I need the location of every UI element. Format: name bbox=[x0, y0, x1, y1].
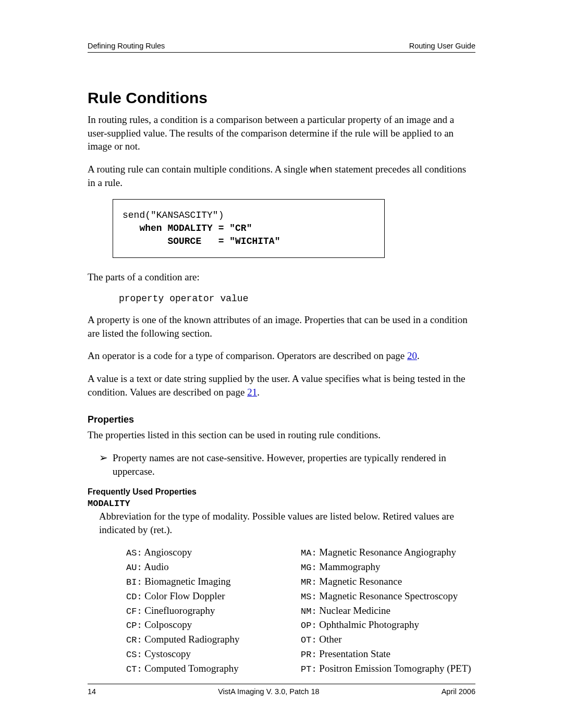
text: A value is a text or date string supplie… bbox=[88, 373, 466, 398]
modality-item: CR: Computed Radiography bbox=[126, 633, 301, 647]
modality-label: Other bbox=[317, 634, 342, 645]
note-text: Property names are not case-sensitive. H… bbox=[113, 451, 475, 478]
modality-column-right: MA: Magnetic Resonance AngiographyMG: Ma… bbox=[301, 546, 475, 676]
modality-label: Computed Tomography bbox=[142, 663, 239, 674]
modality-code: MR: bbox=[301, 577, 317, 587]
modality-code: PT: bbox=[301, 664, 317, 674]
modality-item: NM: Nuclear Medicine bbox=[301, 604, 475, 618]
heading-rule-conditions: Rule Conditions bbox=[88, 89, 475, 107]
text: . bbox=[257, 387, 260, 398]
text: . bbox=[417, 350, 420, 361]
modality-code: CD: bbox=[126, 592, 142, 602]
modality-label: Cinefluorography bbox=[142, 605, 215, 616]
modality-item: MA: Magnetic Resonance Angiography bbox=[301, 546, 475, 560]
code-block: send("KANSASCITY") when MODALITY = "CR" … bbox=[113, 199, 385, 258]
paragraph: Abbreviation for the type of modality. P… bbox=[99, 510, 475, 536]
modality-code: PR: bbox=[301, 650, 317, 660]
modality-label: Magnetic Resonance bbox=[317, 576, 402, 587]
modality-item: MS: Magnetic Resonance Spectroscopy bbox=[301, 589, 475, 603]
header-right: Routing User Guide bbox=[409, 42, 475, 50]
modality-item: MG: Mammography bbox=[301, 560, 475, 574]
modality-item: CT: Computed Tomography bbox=[126, 662, 301, 676]
paragraph: The parts of a condition are: bbox=[88, 270, 475, 284]
modality-label: Magnetic Resonance Spectroscopy bbox=[317, 590, 458, 601]
modality-code: CP: bbox=[126, 621, 142, 631]
modality-code: MS: bbox=[301, 592, 317, 602]
modality-code: NM: bbox=[301, 607, 317, 616]
heading-frequently-used: Frequently Used Properties bbox=[88, 487, 475, 497]
modality-label: Mammography bbox=[317, 561, 381, 572]
modality-code: MG: bbox=[301, 563, 317, 573]
modality-label: Computed Radiography bbox=[142, 634, 240, 645]
paragraph: The properties listed in this section ca… bbox=[88, 428, 475, 442]
modality-code: OT: bbox=[301, 635, 317, 645]
modality-item: AU: Audio bbox=[126, 560, 301, 574]
modality-code: CT: bbox=[126, 664, 142, 674]
modality-item: CD: Color Flow Doppler bbox=[126, 589, 301, 603]
modality-code: AU: bbox=[126, 563, 142, 573]
modality-code: AS: bbox=[126, 548, 142, 558]
modality-label: Angioscopy bbox=[142, 547, 192, 558]
property-name-modality: MODALITY bbox=[88, 499, 475, 509]
paragraph: In routing rules, a condition is a compa… bbox=[88, 113, 475, 153]
modality-item: PT: Positron Emission Tomography (PET) bbox=[301, 662, 475, 676]
modality-item: AS: Angioscopy bbox=[126, 546, 301, 560]
modality-code: MA: bbox=[301, 548, 317, 558]
text: A routing rule can contain multiple cond… bbox=[88, 164, 310, 175]
header-left: Defining Routing Rules bbox=[88, 42, 165, 50]
modality-column-left: AS: AngioscopyAU: AudioBI: Biomagnetic I… bbox=[126, 546, 301, 676]
modality-item: PR: Presentation State bbox=[301, 647, 475, 661]
page-header: Defining Routing Rules Routing User Guid… bbox=[88, 42, 475, 53]
modality-label: Biomagnetic Imaging bbox=[142, 576, 231, 587]
footer-date: April 2006 bbox=[442, 687, 475, 696]
page-footer: 14 VistA Imaging V. 3.0, Patch 18 April … bbox=[88, 684, 475, 696]
modality-label: Nuclear Medicine bbox=[317, 605, 390, 616]
modality-item: CF: Cinefluorography bbox=[126, 604, 301, 618]
modality-code: OP: bbox=[301, 621, 317, 631]
arrow-icon: ➢ bbox=[99, 451, 113, 464]
page-link-21[interactable]: 21 bbox=[247, 387, 257, 398]
modality-code: CF: bbox=[126, 607, 142, 616]
modality-item: OT: Other bbox=[301, 633, 475, 647]
footer-center: VistA Imaging V. 3.0, Patch 18 bbox=[218, 687, 319, 696]
modality-description: Abbreviation for the type of modality. P… bbox=[99, 510, 475, 676]
code-inline: property operator value bbox=[119, 293, 475, 304]
modality-label: Ophthalmic Photography bbox=[317, 619, 419, 630]
modality-label: Color Flow Doppler bbox=[142, 590, 225, 601]
text: An operator is a code for a type of comp… bbox=[88, 350, 407, 361]
modality-item: CP: Colposcopy bbox=[126, 618, 301, 632]
modality-item: BI: Biomagnetic Imaging bbox=[126, 575, 301, 589]
modality-label: Magnetic Resonance Angiography bbox=[317, 547, 457, 558]
modality-table: AS: AngioscopyAU: AudioBI: Biomagnetic I… bbox=[126, 546, 475, 676]
modality-label: Colposcopy bbox=[142, 619, 192, 630]
footer-page-number: 14 bbox=[88, 687, 96, 696]
inline-code: when bbox=[310, 165, 332, 175]
code-line: send("KANSASCITY") bbox=[123, 210, 224, 220]
modality-item: MR: Magnetic Resonance bbox=[301, 575, 475, 589]
code-line: when MODALITY = "CR" bbox=[123, 223, 252, 233]
heading-properties: Properties bbox=[88, 414, 475, 425]
modality-label: Cystoscopy bbox=[142, 648, 191, 659]
paragraph: An operator is a code for a type of comp… bbox=[88, 349, 475, 363]
modality-label: Presentation State bbox=[317, 648, 390, 659]
modality-item: CS: Cystoscopy bbox=[126, 647, 301, 661]
paragraph: A property is one of the known attribute… bbox=[88, 313, 475, 340]
paragraph: A routing rule can contain multiple cond… bbox=[88, 163, 475, 190]
paragraph: A value is a text or date string supplie… bbox=[88, 372, 475, 399]
modality-label: Audio bbox=[142, 561, 169, 572]
modality-code: BI: bbox=[126, 577, 142, 587]
modality-label: Positron Emission Tomography (PET) bbox=[317, 663, 471, 674]
note: ➢ Property names are not case-sensitive.… bbox=[99, 451, 475, 478]
page-link-20[interactable]: 20 bbox=[407, 350, 417, 361]
document-page: Defining Routing Rules Routing User Guid… bbox=[0, 0, 563, 728]
modality-code: CS: bbox=[126, 650, 142, 660]
modality-item: OP: Ophthalmic Photography bbox=[301, 618, 475, 632]
modality-code: CR: bbox=[126, 635, 142, 645]
code-line: SOURCE = "WICHITA" bbox=[123, 236, 280, 246]
